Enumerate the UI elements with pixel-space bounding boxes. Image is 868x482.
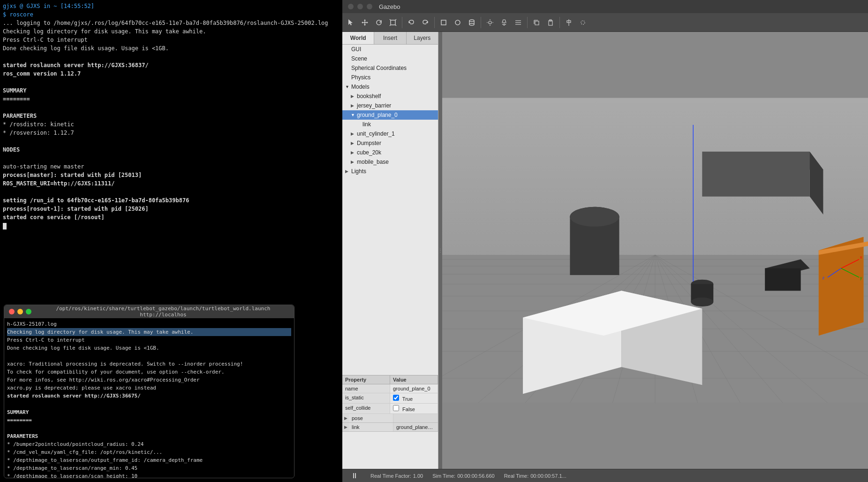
tree-arrow: ▶	[351, 103, 355, 108]
translate-tool-button[interactable]	[358, 16, 371, 29]
gazebo-title: Gazebo	[379, 3, 400, 10]
bottom-terminal-title: /opt/ros/kinetic/share/turtlebot_gazebo/…	[37, 306, 289, 318]
pause-button[interactable]: ⏸	[348, 469, 361, 482]
paste-button[interactable]	[544, 16, 557, 29]
scale-tool-button[interactable]	[386, 16, 400, 29]
terminal-line: NODES	[3, 145, 340, 154]
terminal-cursor	[3, 223, 7, 230]
align-button[interactable]	[562, 16, 575, 29]
prop-label-pose: pose	[349, 414, 393, 422]
viewport-scene: x y z	[442, 32, 868, 469]
svg-marker-4	[362, 22, 363, 23]
svg-line-8	[390, 19, 391, 20]
tree-item-mobile-base[interactable]: ▶ mobile_base	[342, 157, 438, 167]
terminal-line: * /rosdistro: kinetic	[3, 120, 340, 129]
tree-item-jersey-barrier[interactable]: ▶ jersey_barrier	[342, 101, 438, 110]
3d-viewport[interactable]: x y z	[442, 32, 868, 469]
tree-item-label: cube_20k	[357, 149, 381, 156]
real-time-label: Real Time:	[504, 473, 529, 479]
terminal-line	[3, 78, 340, 86]
tree-item-models[interactable]: ▼ Models	[342, 82, 438, 92]
is-static-checkbox[interactable]	[393, 395, 399, 401]
svg-rect-75	[765, 268, 800, 291]
prop-row-name: name ground_plane_0	[342, 384, 438, 393]
tab-layers[interactable]: Layers	[407, 32, 438, 44]
prop-value-is-static[interactable]: True	[390, 393, 438, 403]
tree-item-link[interactable]: link	[342, 120, 438, 129]
point-light-button[interactable]	[483, 16, 497, 29]
cylinder-shape-button[interactable]	[465, 16, 478, 29]
prop-value-pose	[393, 414, 438, 422]
real-time-factor-label: Real Time Factor:	[370, 473, 411, 479]
terminal-line: SUMMARY	[7, 408, 291, 416]
svg-marker-2	[364, 19, 366, 21]
close-button[interactable]	[9, 309, 15, 314]
prop-row-pose[interactable]: ▶ pose	[342, 414, 438, 423]
terminal-line: ros_comm version 1.12.7	[3, 69, 340, 78]
svg-line-9	[395, 19, 396, 20]
terminal-line: For more infos, see http://wiki.ros.org/…	[7, 376, 291, 384]
toolbar-separator-2	[434, 17, 435, 28]
prop-value-name: ground_plane_0	[390, 384, 438, 393]
box-shape-button[interactable]	[437, 16, 450, 29]
gazebo-main-content: World Insert Layers GUI Scene Spherical …	[342, 32, 868, 469]
prop-value-self-collide[interactable]: False	[390, 404, 438, 413]
tree-item-cube20k[interactable]: ▶ cube_20k	[342, 148, 438, 157]
redo-button[interactable]	[419, 16, 432, 29]
terminal-line: To check for compatibility of your docum…	[7, 368, 291, 376]
terminal-line: $ roscore	[3, 10, 340, 19]
spot-light-button[interactable]	[498, 16, 511, 29]
prop-row-link[interactable]: ▶ link ground_plane_0:...	[342, 423, 438, 432]
terminal-line	[3, 154, 340, 162]
svg-marker-5	[367, 22, 368, 23]
copy-button[interactable]	[530, 16, 543, 29]
svg-point-64	[570, 207, 619, 227]
terminal-line	[3, 188, 340, 196]
panel-resize-handle[interactable]: ⋮	[438, 32, 442, 469]
tree-item-unit-cylinder[interactable]: ▶ unit_cylinder_1	[342, 129, 438, 138]
svg-line-11	[395, 25, 396, 26]
top-terminal[interactable]: gjxs @ GJXS in ~ [14:55:52] $ roscore ..…	[0, 0, 342, 305]
maximize-button[interactable]	[26, 309, 31, 314]
terminal-line: Done checking log file disk usage. Usage…	[7, 344, 291, 352]
gazebo-window: Gazebo	[342, 0, 868, 482]
terminal-line: PARAMETERS	[3, 112, 340, 120]
tree-item-dumpster[interactable]: ▶ Dumpster	[342, 138, 438, 148]
terminal-line: process[master]: started with pid [25013…	[3, 171, 340, 179]
svg-marker-3	[364, 24, 366, 26]
sphere-shape-button[interactable]	[451, 16, 464, 29]
terminal-line: gjxs @ GJXS in ~ [14:55:52]	[3, 2, 340, 10]
tree-item-bookshelf[interactable]: ▶ bookshelf	[342, 92, 438, 101]
select-tool-button[interactable]	[344, 16, 357, 29]
prop-label-is-static: is_static	[342, 393, 390, 403]
minimize-button[interactable]	[17, 309, 23, 314]
tree-item-lights[interactable]: ▶ Lights	[342, 167, 438, 176]
value-col-header: Value	[390, 375, 438, 384]
tree-item-physics[interactable]: Physics	[342, 73, 438, 82]
tree-item-gui[interactable]: GUI	[342, 45, 438, 54]
terminal-line: Press Ctrl-C to interrupt	[3, 36, 340, 44]
self-collide-checkbox[interactable]	[393, 405, 399, 411]
bottom-terminal-content[interactable]: h-GJXS-25107.log Checking log directory …	[4, 318, 294, 478]
rotate-tool-button[interactable]	[372, 16, 385, 29]
tree-item-ground-plane[interactable]: ▼ ground_plane_0	[342, 110, 438, 120]
terminal-line: started core service [/rosout]	[3, 213, 340, 222]
pose-expand-arrow: ▶	[342, 414, 349, 422]
undo-button[interactable]	[405, 16, 418, 29]
tree-arrow-models: ▼	[345, 84, 350, 89]
tree-item-spherical-coords[interactable]: Spherical Coordinates	[342, 63, 438, 73]
tree-item-scene[interactable]: Scene	[342, 54, 438, 63]
tab-world[interactable]: World	[342, 32, 374, 44]
gazebo-toolbar	[342, 13, 868, 32]
snap-button[interactable]	[576, 16, 589, 29]
terminal-line: * /rosversion: 1.12.7	[3, 129, 340, 137]
terminal-line	[7, 352, 291, 360]
real-time-factor-value: 1.00	[413, 473, 423, 479]
dir-light-button[interactable]	[512, 16, 525, 29]
tree-item-label: link	[362, 121, 371, 128]
prop-row-is-static: is_static True	[342, 393, 438, 404]
tree-item-label: Scene	[351, 55, 367, 62]
panel-tabs: World Insert Layers	[342, 32, 438, 45]
svg-point-18	[489, 21, 491, 24]
tab-insert[interactable]: Insert	[374, 32, 406, 44]
